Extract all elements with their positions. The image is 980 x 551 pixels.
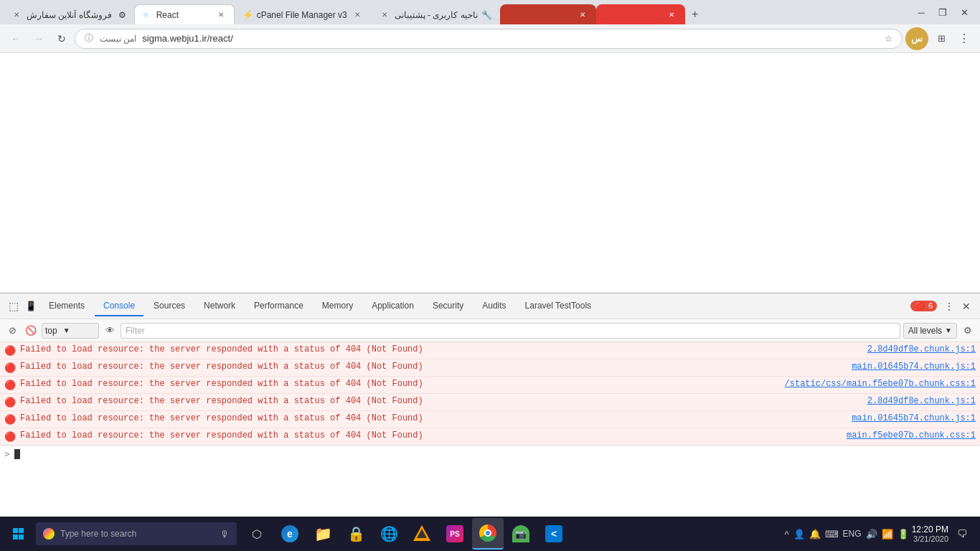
filter-input[interactable]: Filter	[121, 323, 900, 339]
title-bar: ⚙ فروشگاه آنلاین سفارش ✕ ⚛ React ✕ ⚡ cPa…	[0, 0, 980, 24]
tab-redacted-2[interactable]: ✕	[596, 4, 685, 24]
show-hide-messages-button[interactable]: 👁	[102, 323, 118, 339]
security-app[interactable]: 🔒	[340, 518, 372, 550]
start-button[interactable]	[3, 518, 34, 550]
file-explorer-app[interactable]: 📁	[307, 518, 339, 550]
tab-security[interactable]: Security	[424, 296, 472, 316]
console-error-link[interactable]: main.01645b74.chunk.js:1	[852, 362, 976, 372]
tab-support-title: ناحیه کاربری - پشتیبانی	[395, 10, 478, 20]
tab-store-close[interactable]: ✕	[11, 9, 22, 21]
tray-keyboard[interactable]: ⌨	[825, 529, 839, 540]
back-button[interactable]: ←	[6, 29, 26, 49]
tab-support-close[interactable]: ✕	[379, 9, 390, 21]
console-error-link[interactable]: /static/css/main.f5ebe07b.chunk.css:1	[785, 379, 976, 389]
tab-support[interactable]: 🔧 ناحیه کاربری - پشتیبانی ✕	[371, 4, 500, 24]
tab-cpanel-close[interactable]: ✕	[352, 9, 363, 21]
edge-app[interactable]: e	[274, 518, 306, 550]
restore-button[interactable]: ❐	[933, 2, 953, 22]
volume-icon[interactable]: 🔊	[866, 529, 877, 540]
console-error-link[interactable]: 2.8d49df8e.chunk.js:1	[867, 344, 976, 354]
console-settings-button[interactable]: ⚙	[960, 323, 976, 339]
context-value: top	[45, 326, 57, 336]
context-selector[interactable]: top ▼	[42, 323, 99, 339]
tab-react[interactable]: ⚛ React ✕	[134, 4, 235, 24]
close-button[interactable]: ✕	[954, 2, 974, 22]
tray-people[interactable]: 👤	[793, 529, 805, 540]
tab-network[interactable]: Network	[195, 296, 244, 316]
microphone-icon[interactable]: 🎙	[220, 529, 230, 540]
tray-notification[interactable]: 🔔	[809, 529, 821, 540]
clock[interactable]: 12:20 PM 3/21/2020	[912, 524, 948, 543]
console-error-row: 🔴 Failed to load resource: the server re…	[0, 411, 980, 428]
phpstorm-app[interactable]: PS	[439, 518, 471, 550]
console-error-message: Failed to load resource: the server resp…	[20, 430, 841, 441]
address-bar[interactable]: ⓘ امن نیست sigma.webju1.ir/react/ ☆	[75, 29, 903, 49]
devtools-more-button[interactable]: ⋮	[941, 298, 957, 314]
tab-audits[interactable]: Audits	[473, 296, 514, 316]
taskbar-search[interactable]: Type here to search 🎙	[36, 522, 237, 545]
security-app-icon: 🔒	[347, 525, 365, 542]
action-center-icon: 🗨	[957, 528, 967, 540]
greenshot-icon: 📷	[512, 525, 529, 542]
tab-redacted-1[interactable]: ✕	[500, 4, 596, 24]
error-circle-icon: 🔴	[4, 380, 16, 391]
chrome-app[interactable]	[472, 518, 504, 550]
console-error-link[interactable]: main.01645b74.chunk.js:1	[852, 413, 976, 423]
tab-store[interactable]: ⚙ فروشگاه آنلاین سفارش ✕	[3, 4, 134, 24]
battery-icon[interactable]: 🔋	[897, 529, 909, 540]
console-toolbar: ⊘ 🚫 top ▼ 👁 Filter All levels ▼ ⚙	[0, 319, 980, 342]
vlc-app[interactable]	[406, 518, 438, 550]
minimize-button[interactable]: ─	[911, 2, 931, 22]
react-favicon: ⚛	[142, 10, 152, 20]
refresh-button[interactable]: ↻	[52, 29, 72, 49]
console-prompt: >	[4, 448, 10, 459]
network-status-icon[interactable]: 📶	[882, 529, 893, 540]
tab-react-close[interactable]: ✕	[215, 9, 227, 21]
menu-button[interactable]: ⋮	[954, 29, 974, 49]
devtools-close-button[interactable]: ✕	[958, 298, 974, 314]
tab-performance[interactable]: Performance	[245, 296, 312, 316]
profile-button[interactable]: س	[905, 27, 928, 50]
new-tab-button[interactable]: +	[685, 4, 705, 24]
action-center-button[interactable]: 🗨	[951, 523, 973, 545]
tab-console[interactable]: Console	[95, 296, 143, 316]
taskbar-right: ^ 👤 🔔 ⌨ ENG 🔊 📶 🔋 12:20 PM 3/21/2020 🗨	[785, 523, 978, 545]
forward-button[interactable]: →	[29, 29, 49, 49]
greenshot-app[interactable]: 📷	[505, 518, 537, 550]
tab-react-title: React	[156, 10, 211, 20]
filter-toggle-button[interactable]: 🚫	[23, 323, 39, 339]
network-app[interactable]: 🌐	[373, 518, 405, 550]
console-error-link[interactable]: main.f5ebe07b.chunk.css:1	[847, 430, 976, 441]
console-error-link[interactable]: 2.8d49df8e.chunk.js:1	[867, 396, 976, 406]
bookmark-icon[interactable]: ☆	[882, 32, 895, 45]
inspect-element-button[interactable]: ⬚	[6, 298, 22, 314]
tab-memory[interactable]: Memory	[314, 296, 362, 316]
tab-elements[interactable]: Elements	[40, 296, 93, 316]
taskview-button[interactable]: ⬡	[241, 518, 273, 550]
clear-console-button[interactable]: ⊘	[4, 323, 20, 339]
console-cursor[interactable]	[14, 449, 20, 459]
tab-cpanel-title: cPanel File Manager v3	[257, 10, 347, 20]
tab-redacted-1-title	[508, 10, 573, 20]
tab-redacted-2-close[interactable]: ✕	[666, 9, 677, 21]
error-circle-icon: 🔴	[4, 397, 16, 408]
error-circle-icon: 🔴	[4, 362, 16, 374]
tab-redacted-1-close[interactable]: ✕	[577, 9, 588, 21]
profile-area: س ⊞ ⋮	[905, 27, 974, 50]
clock-date: 3/21/2020	[912, 534, 948, 543]
tab-laravel[interactable]: Laravel TestTools	[517, 296, 600, 316]
tab-sources[interactable]: Sources	[145, 296, 194, 316]
tab-application[interactable]: Application	[363, 296, 423, 316]
tab-cpanel[interactable]: ⚡ cPanel File Manager v3 ✕	[235, 4, 371, 24]
device-toggle-button[interactable]: 📱	[23, 298, 39, 314]
language-indicator[interactable]: ENG	[843, 529, 862, 539]
levels-selector[interactable]: All levels ▼	[903, 323, 957, 339]
windows-logo	[13, 528, 24, 540]
extensions-button[interactable]: ⊞	[931, 29, 951, 49]
tab-redacted-2-title	[604, 10, 661, 20]
url-text[interactable]: sigma.webju1.ir/react/	[142, 33, 877, 44]
page-content	[0, 53, 980, 293]
tray-caret[interactable]: ^	[785, 529, 789, 540]
clock-time: 12:20 PM	[912, 524, 948, 534]
vscode-app[interactable]: <	[538, 518, 570, 550]
